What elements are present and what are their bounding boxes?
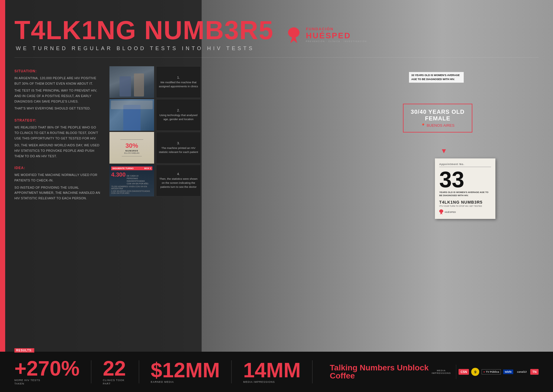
results-label: RESULTS: — [14, 348, 34, 353]
fundacion-label: FUNDACIÓN — [306, 27, 367, 31]
text-column: SITUATION: IN ARGENTINA, 120,000 PEOPLE … — [14, 63, 101, 236]
header: T4LK1NG NUMB3R5 FUNDACIÓN HUÉSPED PREVEN… — [0, 0, 553, 57]
awards-title: Talking Numbers Unblock Coffee — [330, 364, 432, 380]
appointment-slip: Appointment No. 33 YEARS OLD IS WOMEN'S … — [435, 158, 495, 219]
huesped-label: HUÉSPED — [306, 31, 367, 40]
tv-divider — [456, 365, 456, 379]
appt-logo-text: HUÉSPED — [445, 211, 456, 213]
appt-label: Appointment No. — [439, 163, 491, 166]
channel-c5n: C5N — [459, 369, 469, 375]
stat-clinics: 22 CLINICS TOOK PART — [103, 358, 127, 385]
huesped-logo-icon — [439, 209, 443, 215]
stat-label-3: MEDIA IMPRESSIONS — [243, 380, 278, 384]
man-photo — [109, 99, 154, 131]
step-1-desc: We modified the machine that assigned ap… — [159, 80, 198, 89]
strategy-section: STRATEGY: WE REALISED THAT 86% OF THE PE… — [14, 118, 101, 159]
step-1-text: 1. We modified the machine that assigned… — [156, 66, 201, 98]
ticket-brand: NUM3R05 — [125, 149, 138, 152]
appt-tagline: IT'S YOUR TURN TO STOP HIV. GET TESTED — [439, 205, 491, 207]
image-clinic-1 — [109, 66, 154, 98]
step-3-desc: The machine printed an HIV statistic rel… — [159, 146, 198, 154]
step-2-desc: Using technology that analysed age, gend… — [159, 113, 198, 122]
stat-value-2: $12MM — [151, 360, 220, 380]
step-3-box: 3. The machine printed an HIV statistic … — [156, 132, 201, 164]
situation-text: IN ARGENTINA, 120,000 PEOPLE ARE HIV POS… — [14, 75, 101, 111]
main-content: T4LK1NG NUMB3R5 FUNDACIÓN HUÉSPED PREVEN… — [0, 0, 553, 392]
channel-tvpublica: ● TV Pública — [482, 369, 501, 374]
screen-line-2: 2.200 MUJERES SON DIAGNOSTICADAS CON VIH… — [111, 190, 152, 194]
image-screen: SIGUIENTE TURNO BOX 1 4.300 DE CADA 10 P… — [109, 165, 154, 196]
stat-label-2: EARNED MEDIA — [151, 380, 185, 384]
stat-value-1: 22 — [103, 358, 127, 379]
step-3-text: 3. The machine printed an HIV statistic … — [156, 132, 201, 164]
situation-label: SITUATION: — [14, 69, 101, 73]
arrow-down-icon: ▼ — [440, 147, 447, 155]
stat-divider-2 — [139, 360, 139, 383]
bottom-bar: RESULTS: +270% MORE HIV TESTS TAKEN 22 C… — [0, 352, 553, 392]
stat-hiv-tests: +270% MORE HIV TESTS TAKEN — [14, 358, 79, 385]
right-section: 33 YEARS OLD IS WOMEN'S AVERAGE AGE TO B… — [210, 63, 539, 236]
images-column: 1. We modified the machine that assigned… — [109, 66, 202, 236]
profile-gender: FEMALE — [411, 115, 465, 122]
step-4-box: 4. Then, the statistics were shown on th… — [156, 165, 201, 196]
step-1-number: 1. — [177, 76, 180, 79]
stat-divider-1 — [91, 360, 91, 383]
impressions-label: IMPRESSIONS — [432, 372, 451, 374]
step-2-number: 2. — [177, 109, 180, 112]
media-block: MEDIA IMPRESSIONS — [432, 369, 451, 374]
main-title: T4LK1NG NUMB3R5 — [14, 17, 274, 43]
idea-section: IDEA: WE MODIFIED THE MACHINE NORMALLY U… — [14, 166, 101, 201]
step-2-box: 2. Using technology that analysed age, g… — [156, 99, 201, 131]
awards-text: Talking Numbers Unblock Coffee — [330, 364, 432, 380]
bottom-stats: +270% MORE HIV TESTS TAKEN 22 CLINICS TO… — [14, 358, 432, 385]
image-man-blue — [109, 99, 154, 131]
stat-value-3: 14MM — [243, 360, 301, 380]
idea-label: IDEA: — [14, 166, 101, 170]
screen-line-1: 79.200 HOMBRES VIVEN CON VIH EN ARGENTIN… — [111, 185, 152, 190]
stat-impressions: 14MM MEDIA IMPRESSIONS — [243, 360, 301, 384]
channel-telefe: telefe — [503, 370, 514, 374]
floating-stat: 33 YEARS OLD IS WOMEN'S AVERAGE AGE TO B… — [409, 72, 464, 83]
stat-divider-4 — [312, 360, 313, 383]
screen-simulation: SIGUIENTE TURNO BOX 1 4.300 DE CADA 10 P… — [109, 165, 154, 196]
tv-logos: MEDIA IMPRESSIONS C5N 9 ● TV Pública tel… — [432, 365, 539, 379]
profile-age: 30/40 YEARS OLD — [411, 109, 465, 115]
step-1-box: 1. We modified the machine that assigned… — [156, 66, 201, 98]
strategy-text: WE REALISED THAT 86% OF THE PEOPLE WHO G… — [14, 125, 101, 159]
stat-earned-media: $12MM EARNED MEDIA — [151, 360, 220, 384]
ticket-sub: ELLOS HABLAN — [124, 152, 139, 154]
image-ticket: ────────────── 30% NUM3R05 ELLOS HABLAN … — [109, 132, 154, 164]
strategy-label: STRATEGY: — [14, 118, 101, 122]
ticket-simulation: ────────────── 30% NUM3R05 ELLOS HABLAN … — [109, 132, 154, 164]
situation-section: SITUATION: IN ARGENTINA, 120,000 PEOPLE … — [14, 69, 101, 111]
profile-location: 📍 BUENOS AIRES — [411, 123, 465, 128]
profile-box: 30/40 YEARS OLD FEMALE 📍 BUENOS AIRES — [403, 104, 472, 132]
step-2-text: 2. Using technology that analysed age, g… — [156, 99, 201, 131]
stat-label-0: MORE HIV TESTS TAKEN — [14, 379, 49, 385]
appt-sub: YEARS OLD IS WOMEN'S AVERAGE AGE TO BE D… — [439, 191, 491, 197]
stat-divider-3 — [231, 360, 232, 383]
channel-tn: TN — [530, 369, 539, 375]
step-4-text: 4. Then, the statistics were shown on th… — [156, 165, 201, 196]
channel-9: 9 — [471, 368, 479, 376]
ticket-percent: 30% — [125, 142, 138, 149]
main-body: SITUATION: IN ARGENTINA, 120,000 PEOPLE … — [0, 58, 553, 236]
step-4-desc: Then, the statistics were shown on the s… — [159, 177, 198, 189]
screen-header: SIGUIENTE TURNO BOX 1 — [111, 166, 152, 170]
screen-number: 4.300 — [111, 171, 126, 178]
logo-area: FUNDACIÓN HUÉSPED PREVENCIÓN · CLÍNICA ·… — [288, 26, 367, 43]
channel-canal13: canal13 — [516, 370, 528, 374]
appt-number: 33 — [439, 168, 491, 191]
step-4-number: 4. — [177, 172, 180, 176]
clinic-photo — [109, 66, 154, 98]
idea-text: WE MODIFIED THE MACHINE NORMALLY USED FO… — [14, 172, 101, 201]
stat-value-0: +270% — [14, 358, 79, 379]
header-subtitle: WE TURNED REGULAR BLOOD TESTS INTO HIV T… — [14, 46, 539, 52]
appt-brand: T4LK1NG NUMB3R5 — [439, 200, 491, 204]
stat-label-1: CLINICS TOOK PART — [103, 379, 127, 385]
step-3-number: 3. — [177, 141, 180, 145]
appt-logo: HUÉSPED — [439, 209, 491, 215]
media-label: MEDIA — [432, 369, 451, 372]
